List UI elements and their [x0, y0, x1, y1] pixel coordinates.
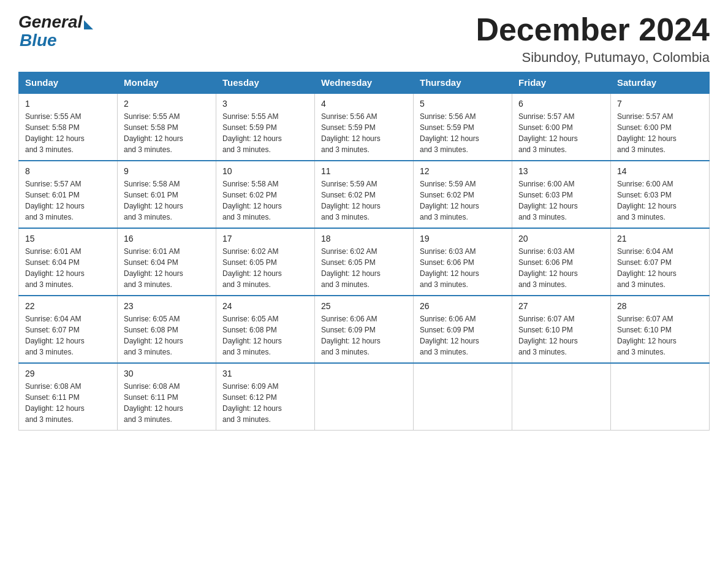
- day-number: 16: [124, 234, 210, 243]
- calendar-cell: 13Sunrise: 6:00 AM Sunset: 6:03 PM Dayli…: [512, 161, 611, 228]
- calendar-cell: 5Sunrise: 5:56 AM Sunset: 5:59 PM Daylig…: [414, 93, 512, 161]
- calendar-cell: 14Sunrise: 6:00 AM Sunset: 6:03 PM Dayli…: [611, 161, 710, 228]
- calendar-body: 1Sunrise: 5:55 AM Sunset: 5:58 PM Daylig…: [19, 93, 710, 431]
- calendar-cell: 25Sunrise: 6:06 AM Sunset: 6:09 PM Dayli…: [315, 296, 414, 363]
- day-info: Sunrise: 6:03 AM Sunset: 6:06 PM Dayligh…: [420, 246, 506, 290]
- day-info: Sunrise: 6:09 AM Sunset: 6:12 PM Dayligh…: [222, 381, 308, 425]
- day-info: Sunrise: 6:02 AM Sunset: 6:05 PM Dayligh…: [321, 246, 407, 290]
- day-info: Sunrise: 5:57 AM Sunset: 6:01 PM Dayligh…: [25, 178, 111, 223]
- day-info: Sunrise: 6:01 AM Sunset: 6:04 PM Dayligh…: [124, 246, 210, 290]
- day-number: 9: [124, 166, 210, 176]
- day-info: Sunrise: 6:00 AM Sunset: 6:03 PM Dayligh…: [617, 178, 703, 223]
- day-number: 15: [25, 234, 111, 243]
- logo-triangle-icon: [84, 20, 93, 29]
- day-info: Sunrise: 6:08 AM Sunset: 6:11 PM Dayligh…: [124, 381, 210, 425]
- day-info: Sunrise: 5:55 AM Sunset: 5:58 PM Dayligh…: [25, 111, 111, 155]
- logo: General Blue: [18, 12, 93, 50]
- calendar-cell: 16Sunrise: 6:01 AM Sunset: 6:04 PM Dayli…: [118, 228, 216, 296]
- day-number: 21: [617, 234, 703, 243]
- day-number: 17: [222, 234, 308, 243]
- calendar-cell: 6Sunrise: 5:57 AM Sunset: 6:00 PM Daylig…: [512, 93, 611, 161]
- day-info: Sunrise: 5:57 AM Sunset: 6:00 PM Dayligh…: [617, 111, 703, 155]
- calendar-cell: 22Sunrise: 6:04 AM Sunset: 6:07 PM Dayli…: [19, 296, 118, 363]
- calendar-cell: 8Sunrise: 5:57 AM Sunset: 6:01 PM Daylig…: [19, 161, 118, 228]
- day-info: Sunrise: 6:06 AM Sunset: 6:09 PM Dayligh…: [420, 313, 506, 358]
- page-title: December 2024: [476, 12, 710, 47]
- calendar-cell: 29Sunrise: 6:08 AM Sunset: 6:11 PM Dayli…: [19, 363, 118, 431]
- calendar-cell: [512, 363, 611, 431]
- calendar-cell: 27Sunrise: 6:07 AM Sunset: 6:10 PM Dayli…: [512, 296, 611, 363]
- day-number: 22: [25, 301, 111, 311]
- day-number: 11: [321, 166, 407, 176]
- calendar-cell: 24Sunrise: 6:05 AM Sunset: 6:08 PM Dayli…: [216, 296, 315, 363]
- weekday-header-sunday: Sunday: [19, 72, 118, 94]
- day-number: 1: [25, 99, 111, 109]
- day-info: Sunrise: 5:56 AM Sunset: 5:59 PM Dayligh…: [420, 111, 506, 155]
- day-number: 26: [420, 301, 506, 311]
- day-number: 8: [25, 166, 111, 176]
- calendar-cell: [611, 363, 710, 431]
- day-number: 14: [617, 166, 703, 176]
- calendar-cell: 26Sunrise: 6:06 AM Sunset: 6:09 PM Dayli…: [414, 296, 512, 363]
- calendar-cell: 17Sunrise: 6:02 AM Sunset: 6:05 PM Dayli…: [216, 228, 315, 296]
- day-info: Sunrise: 6:08 AM Sunset: 6:11 PM Dayligh…: [25, 381, 111, 425]
- calendar-table: SundayMondayTuesdayWednesdayThursdayFrid…: [18, 72, 710, 431]
- calendar-cell: 3Sunrise: 5:55 AM Sunset: 5:59 PM Daylig…: [216, 93, 315, 161]
- calendar-cell: [414, 363, 512, 431]
- calendar-cell: 11Sunrise: 5:59 AM Sunset: 6:02 PM Dayli…: [315, 161, 414, 228]
- day-number: 7: [617, 99, 703, 109]
- page-header: General Blue December 2024 Sibundoy, Put…: [18, 12, 710, 66]
- day-number: 5: [420, 99, 506, 109]
- day-info: Sunrise: 6:02 AM Sunset: 6:05 PM Dayligh…: [222, 246, 308, 290]
- calendar-cell: 2Sunrise: 5:55 AM Sunset: 5:58 PM Daylig…: [118, 93, 216, 161]
- day-number: 3: [222, 99, 308, 109]
- calendar-week-3: 15Sunrise: 6:01 AM Sunset: 6:04 PM Dayli…: [19, 228, 710, 296]
- day-number: 20: [518, 234, 604, 243]
- day-number: 24: [222, 301, 308, 311]
- calendar-cell: 19Sunrise: 6:03 AM Sunset: 6:06 PM Dayli…: [414, 228, 512, 296]
- day-info: Sunrise: 6:07 AM Sunset: 6:10 PM Dayligh…: [518, 313, 604, 358]
- calendar-cell: 23Sunrise: 6:05 AM Sunset: 6:08 PM Dayli…: [118, 296, 216, 363]
- day-number: 12: [420, 166, 506, 176]
- day-info: Sunrise: 5:59 AM Sunset: 6:02 PM Dayligh…: [420, 178, 506, 223]
- day-number: 27: [518, 301, 604, 311]
- weekday-header-monday: Monday: [118, 72, 216, 94]
- day-number: 29: [25, 369, 111, 378]
- day-number: 13: [518, 166, 604, 176]
- day-info: Sunrise: 6:01 AM Sunset: 6:04 PM Dayligh…: [25, 246, 111, 290]
- day-number: 18: [321, 234, 407, 243]
- calendar-week-2: 8Sunrise: 5:57 AM Sunset: 6:01 PM Daylig…: [19, 161, 710, 228]
- day-info: Sunrise: 5:55 AM Sunset: 5:58 PM Dayligh…: [124, 111, 210, 155]
- day-info: Sunrise: 6:05 AM Sunset: 6:08 PM Dayligh…: [222, 313, 308, 358]
- day-number: 10: [222, 166, 308, 176]
- day-info: Sunrise: 5:55 AM Sunset: 5:59 PM Dayligh…: [222, 111, 308, 155]
- day-info: Sunrise: 6:07 AM Sunset: 6:10 PM Dayligh…: [617, 313, 703, 358]
- calendar-cell: 4Sunrise: 5:56 AM Sunset: 5:59 PM Daylig…: [315, 93, 414, 161]
- day-number: 23: [124, 301, 210, 311]
- calendar-week-1: 1Sunrise: 5:55 AM Sunset: 5:58 PM Daylig…: [19, 93, 710, 161]
- day-info: Sunrise: 5:56 AM Sunset: 5:59 PM Dayligh…: [321, 111, 407, 155]
- logo-general-text: General: [18, 12, 82, 32]
- day-number: 28: [617, 301, 703, 311]
- weekday-header-saturday: Saturday: [611, 72, 710, 94]
- calendar-cell: 9Sunrise: 5:58 AM Sunset: 6:01 PM Daylig…: [118, 161, 216, 228]
- weekday-row: SundayMondayTuesdayWednesdayThursdayFrid…: [19, 72, 710, 94]
- calendar-cell: 10Sunrise: 5:58 AM Sunset: 6:02 PM Dayli…: [216, 161, 315, 228]
- day-number: 31: [222, 369, 308, 378]
- day-info: Sunrise: 6:04 AM Sunset: 6:07 PM Dayligh…: [25, 313, 111, 358]
- day-number: 2: [124, 99, 210, 109]
- day-number: 4: [321, 99, 407, 109]
- calendar-cell: 21Sunrise: 6:04 AM Sunset: 6:07 PM Dayli…: [611, 228, 710, 296]
- calendar-week-4: 22Sunrise: 6:04 AM Sunset: 6:07 PM Dayli…: [19, 296, 710, 363]
- day-number: 30: [124, 369, 210, 378]
- calendar-cell: 7Sunrise: 5:57 AM Sunset: 6:00 PM Daylig…: [611, 93, 710, 161]
- day-number: 25: [321, 301, 407, 311]
- calendar-cell: 30Sunrise: 6:08 AM Sunset: 6:11 PM Dayli…: [118, 363, 216, 431]
- weekday-header-friday: Friday: [512, 72, 611, 94]
- day-info: Sunrise: 6:03 AM Sunset: 6:06 PM Dayligh…: [518, 246, 604, 290]
- logo-blue-text: Blue: [20, 31, 57, 50]
- day-info: Sunrise: 5:58 AM Sunset: 6:01 PM Dayligh…: [124, 178, 210, 223]
- weekday-header-thursday: Thursday: [414, 72, 512, 94]
- day-info: Sunrise: 6:05 AM Sunset: 6:08 PM Dayligh…: [124, 313, 210, 358]
- day-info: Sunrise: 6:06 AM Sunset: 6:09 PM Dayligh…: [321, 313, 407, 358]
